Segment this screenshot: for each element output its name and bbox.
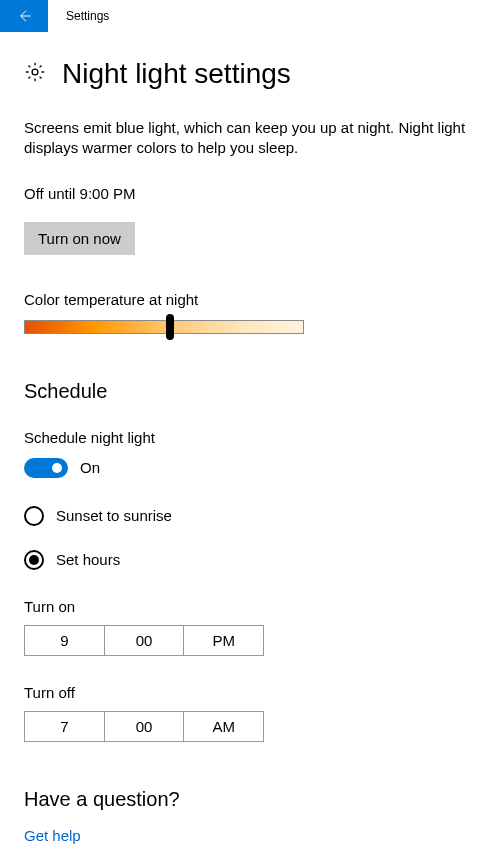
turn-on-hour[interactable]: 9 xyxy=(25,626,105,655)
status-text: Off until 9:00 PM xyxy=(24,185,479,202)
svg-point-0 xyxy=(32,69,38,75)
turn-off-label: Turn off xyxy=(24,684,479,701)
help-heading: Have a question? xyxy=(24,788,479,811)
titlebar: Settings xyxy=(0,0,503,32)
turn-on-minute[interactable]: 00 xyxy=(105,626,185,655)
radio-label: Set hours xyxy=(56,551,120,568)
turn-on-now-button[interactable]: Turn on now xyxy=(24,222,135,255)
arrow-left-icon xyxy=(16,8,32,24)
page-content: Night light settings Screens emit blue l… xyxy=(0,32,503,845)
turn-on-label: Turn on xyxy=(24,598,479,615)
turn-off-minute[interactable]: 00 xyxy=(105,712,185,741)
turn-on-ampm[interactable]: PM xyxy=(184,626,263,655)
back-button[interactable] xyxy=(0,0,48,32)
description-text: Screens emit blue light, which can keep … xyxy=(24,118,479,159)
slider-thumb[interactable] xyxy=(166,314,174,340)
radio-icon xyxy=(24,506,44,526)
get-help-link[interactable]: Get help xyxy=(24,827,81,844)
color-temperature-label: Color temperature at night xyxy=(24,291,479,308)
titlebar-app-name: Settings xyxy=(66,9,109,23)
schedule-toggle-row: Schedule night light On xyxy=(24,429,479,482)
toggle-knob xyxy=(52,463,62,473)
schedule-heading: Schedule xyxy=(24,380,479,403)
page-title: Night light settings xyxy=(62,58,291,90)
page-title-row: Night light settings xyxy=(24,58,479,90)
radio-sunset-to-sunrise[interactable]: Sunset to sunrise xyxy=(24,506,479,526)
schedule-toggle-label: Schedule night light xyxy=(24,429,479,446)
radio-set-hours[interactable]: Set hours xyxy=(24,550,479,570)
schedule-toggle[interactable]: On xyxy=(24,458,100,478)
turn-on-time-picker[interactable]: 9 00 PM xyxy=(24,625,264,656)
toggle-pill xyxy=(24,458,68,478)
toggle-state-text: On xyxy=(80,459,100,476)
radio-label: Sunset to sunrise xyxy=(56,507,172,524)
turn-off-hour[interactable]: 7 xyxy=(25,712,105,741)
turn-off-time-picker[interactable]: 7 00 AM xyxy=(24,711,264,742)
gear-icon xyxy=(24,61,46,87)
radio-icon xyxy=(24,550,44,570)
color-temperature-slider[interactable] xyxy=(24,320,304,334)
turn-off-ampm[interactable]: AM xyxy=(184,712,263,741)
